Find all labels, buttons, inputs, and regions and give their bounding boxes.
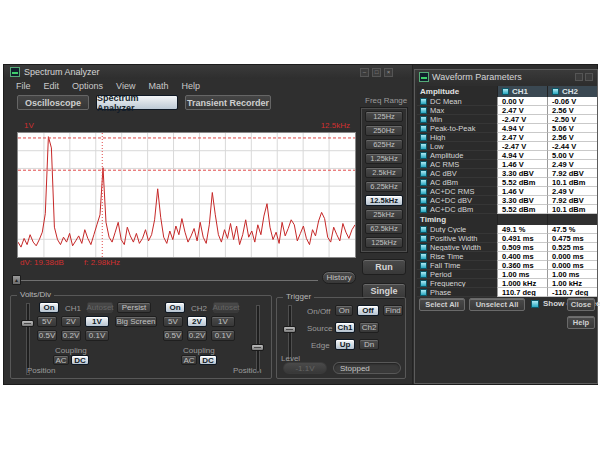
trigger-level-slider-track[interactable] <box>289 306 291 360</box>
ch2-volt-button-1v[interactable]: 1V <box>211 316 235 327</box>
param-check-icon[interactable] <box>420 197 427 204</box>
column-header-ch1[interactable]: CH1 <box>497 86 547 97</box>
param-check-icon[interactable] <box>420 262 427 269</box>
freq-button-625hz[interactable]: 625Hz <box>365 139 403 150</box>
plot-scrollbar-track[interactable] <box>12 280 318 281</box>
freq-button-125hz[interactable]: 125Hz <box>365 111 403 122</box>
menu-view[interactable]: View <box>116 81 135 91</box>
param-check-icon[interactable] <box>420 143 427 150</box>
freq-button-250hz[interactable]: 250Hz <box>365 125 403 136</box>
trigger-level-slider-handle[interactable] <box>283 326 296 333</box>
param-label[interactable]: High <box>417 133 497 142</box>
param-check-icon[interactable] <box>420 125 427 132</box>
show-on-screen-checkbox[interactable] <box>531 300 539 308</box>
ch1-position-slider-handle[interactable] <box>21 320 34 327</box>
param-check-icon[interactable] <box>420 226 427 233</box>
ch2-volt-button-2v[interactable]: 2V <box>187 316 207 327</box>
freq-button-12.5khz[interactable]: 12.5kHz <box>365 195 403 206</box>
ch2-coupling-ac-button[interactable]: AC <box>181 355 197 365</box>
param-check-icon[interactable] <box>420 107 427 114</box>
ch1-position-slider-track[interactable] <box>27 304 29 374</box>
trigger-on-button[interactable]: On <box>335 305 353 316</box>
close-icon[interactable]: × <box>384 68 393 77</box>
menu-options[interactable]: Options <box>72 81 103 91</box>
history-button[interactable]: History <box>322 271 356 284</box>
freq-button-125khz[interactable]: 125kHz <box>365 237 403 248</box>
maximize-icon[interactable]: □ <box>372 68 381 77</box>
params-close-icon[interactable] <box>585 73 593 81</box>
param-check-icon[interactable] <box>420 170 427 177</box>
param-label[interactable]: Positive Width <box>417 234 497 243</box>
param-label[interactable]: Low <box>417 142 497 151</box>
params-close-button[interactable]: Close <box>567 298 595 311</box>
ch1-volt-button-2v[interactable]: 2V <box>61 316 81 327</box>
freq-button-25khz[interactable]: 25kHz <box>365 209 403 220</box>
big-screen-button[interactable]: Big Screen <box>115 316 157 327</box>
spectrum-plot[interactable] <box>17 132 356 258</box>
ch2-position-slider-handle[interactable] <box>251 344 264 351</box>
ch2-on-button[interactable]: On <box>165 302 185 313</box>
param-check-icon[interactable] <box>420 134 427 141</box>
menu-help[interactable]: Help <box>181 81 200 91</box>
trigger-source-ch1-button[interactable]: Ch1 <box>335 322 355 333</box>
param-check-icon[interactable] <box>502 88 509 95</box>
trigger-find-button[interactable]: Find <box>383 305 403 316</box>
main-titlebar[interactable]: Spectrum Analyzer – □ × <box>4 65 412 79</box>
params-titlebar[interactable]: Waveform Parameters <box>415 70 597 84</box>
tab-spectrum-analyzer[interactable]: Spectrum Analyzer <box>96 95 178 110</box>
menu-file[interactable]: File <box>16 81 31 91</box>
ch1-volt-button-5v[interactable]: 5V <box>37 316 57 327</box>
param-label[interactable]: AC dBV <box>417 169 497 178</box>
ch2-position-slider-track[interactable] <box>257 306 259 371</box>
param-check-icon[interactable] <box>420 152 427 159</box>
param-label[interactable]: Amplitude <box>417 151 497 160</box>
ch1-volt-button-1v[interactable]: 1V <box>85 316 109 327</box>
ch1-volt-button-0.2v[interactable]: 0.2V <box>61 330 81 341</box>
ch2-volt-button-0.2v[interactable]: 0.2V <box>187 330 207 341</box>
ch1-on-button[interactable]: On <box>39 302 59 313</box>
param-check-icon[interactable] <box>420 280 427 287</box>
ch1-coupling-ac-button[interactable]: AC <box>53 355 69 365</box>
params-help-button[interactable]: Help <box>567 316 595 329</box>
param-check-icon[interactable] <box>420 253 427 260</box>
trigger-off-button[interactable]: Off <box>357 305 379 316</box>
ch1-volt-button-0.1v[interactable]: 0.1V <box>85 330 109 341</box>
plot-scrollbar-handle[interactable]: ▲ <box>12 275 21 285</box>
ch2-coupling-dc-button[interactable]: DC <box>199 355 217 365</box>
param-label[interactable]: Negative Width <box>417 243 497 252</box>
param-check-icon[interactable] <box>420 235 427 242</box>
param-label[interactable]: Min <box>417 115 497 124</box>
spectrum-plot-svg[interactable] <box>18 133 355 257</box>
param-label[interactable]: DC Mean <box>417 97 497 106</box>
param-check-icon[interactable] <box>420 179 427 186</box>
param-check-icon[interactable] <box>420 289 427 296</box>
params-minimize-icon[interactable] <box>575 73 583 81</box>
ch2-volt-button-5v[interactable]: 5V <box>163 316 183 327</box>
trigger-edge-up-button[interactable]: Up <box>335 339 355 350</box>
menu-edit[interactable]: Edit <box>44 81 60 91</box>
persist-button[interactable]: Persist <box>117 302 151 313</box>
trigger-edge-dn-button[interactable]: Dn <box>359 339 379 350</box>
ch1-volt-button-0.5v[interactable]: 0.5V <box>37 330 57 341</box>
param-check-icon[interactable] <box>420 161 427 168</box>
tab-oscilloscope[interactable]: Oscilloscope <box>17 95 89 110</box>
unselect-all-button[interactable]: Unselect All <box>469 298 525 311</box>
freq-button-6.25khz[interactable]: 6.25kHz <box>365 181 403 192</box>
trigger-source-ch2-button[interactable]: Ch2 <box>359 322 379 333</box>
freq-button-62.5khz[interactable]: 62.5kHz <box>365 223 403 234</box>
param-label[interactable]: Phase <box>417 288 497 297</box>
freq-button-1.25khz[interactable]: 1.25kHz <box>365 153 403 164</box>
param-label[interactable]: Period <box>417 270 497 279</box>
param-check-icon[interactable] <box>420 188 427 195</box>
param-label[interactable]: Peak-to-Peak <box>417 124 497 133</box>
tab-transient-recorder[interactable]: Transient Recorder <box>185 95 271 110</box>
minimize-icon[interactable]: – <box>360 68 369 77</box>
ch2-volt-button-0.1v[interactable]: 0.1V <box>211 330 235 341</box>
ch2-autoset-button[interactable]: Autoset <box>213 302 239 313</box>
ch1-autoset-button[interactable]: Autoset <box>87 302 113 313</box>
freq-button-2.5khz[interactable]: 2.5kHz <box>365 167 403 178</box>
run-button[interactable]: Run <box>362 259 406 275</box>
column-header-ch2[interactable]: CH2 <box>547 86 597 97</box>
param-label[interactable]: Rise Time <box>417 252 497 261</box>
ch2-volt-button-0.5v[interactable]: 0.5V <box>163 330 183 341</box>
